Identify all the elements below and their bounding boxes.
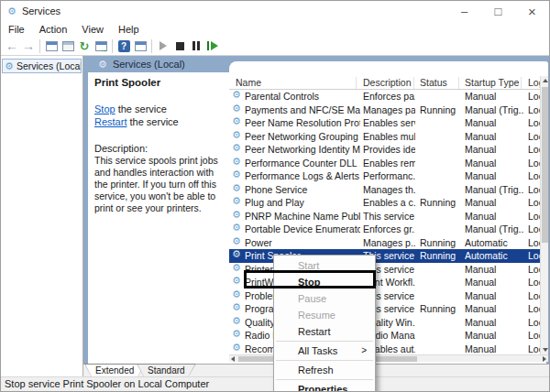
menu-file[interactable]: File: [1, 24, 32, 35]
service-description: Enables serv...: [363, 117, 415, 128]
help-icon[interactable]: [116, 38, 132, 53]
service-name: Peer Name Resolution Prot...: [245, 117, 360, 128]
service-gear-icon: ⚙: [232, 116, 243, 126]
back-icon[interactable]: [4, 38, 20, 53]
column-header-description[interactable]: Description: [363, 77, 412, 88]
service-gear-icon: ⚙: [232, 343, 243, 353]
taskpad-view-icon[interactable]: [132, 38, 148, 53]
service-startup-type: Manual: [465, 91, 523, 102]
service-name: Plug and Play: [245, 197, 360, 208]
service-log-on-as: Loc...: [528, 264, 540, 275]
toolbar-separator: [151, 39, 152, 53]
menu-item-restart[interactable]: Restart: [274, 323, 375, 340]
service-startup-type: Manual: [465, 170, 523, 181]
start-service-icon[interactable]: [155, 38, 171, 53]
maximize-button[interactable]: □: [481, 1, 515, 21]
minimize-button[interactable]: –: [447, 1, 481, 21]
service-log-on-as: Loc...: [528, 117, 540, 128]
close-button[interactable]: ×: [515, 1, 549, 21]
service-log-on-as: Loc...: [528, 104, 540, 115]
service-row[interactable]: ⚙PNRP Machine Name Publi...This service …: [229, 210, 540, 223]
service-startup-type: Manual: [465, 144, 523, 155]
restart-service-link[interactable]: Restart: [94, 116, 126, 127]
service-status: Running: [420, 237, 462, 248]
column-header-status[interactable]: Status: [420, 77, 447, 88]
service-log-on-as: Loc...: [528, 250, 540, 261]
service-gear-icon: ⚙: [98, 60, 107, 70]
service-row[interactable]: ⚙Performance Logs & AlertsPerformanc...M…: [229, 169, 540, 183]
service-row[interactable]: ⚙Portable Device Enumerator...Enforces g…: [229, 223, 540, 236]
service-gear-icon: ⚙: [232, 183, 243, 193]
menu-item-refresh[interactable]: Refresh: [274, 362, 375, 378]
service-name: Phone Service: [245, 184, 360, 195]
service-startup-type: Manual: [465, 131, 523, 142]
service-gear-icon: ⚙: [232, 263, 243, 273]
service-startup-type: Manual: [465, 343, 523, 354]
service-description: Manages p...: [363, 237, 415, 248]
service-startup-type: Manual: [465, 264, 523, 275]
service-row[interactable]: ⚙Payments and NFC/SE Man...Manages pa...…: [229, 103, 540, 117]
scroll-left-icon[interactable]: [231, 356, 235, 362]
column-separator: [458, 77, 459, 89]
service-startup-type: Automatic: [465, 237, 523, 248]
vertical-scroll-thumb[interactable]: [542, 87, 548, 243]
service-gear-icon: ⚙: [232, 157, 243, 167]
service-row[interactable]: ⚙Parental ControlsEnforces pa...ManualLo…: [229, 90, 540, 103]
stop-highlight-annotation: [244, 270, 376, 289]
scroll-right-icon[interactable]: [543, 356, 546, 362]
service-log-on-as: Loc...: [528, 303, 540, 314]
vertical-scrollbar[interactable]: [540, 76, 548, 354]
show-console-tree-icon[interactable]: [43, 38, 60, 53]
refresh-icon[interactable]: [76, 38, 93, 53]
service-gear-icon: ⚙: [232, 196, 243, 206]
properties-icon[interactable]: [60, 38, 76, 53]
toolbar-separator: [112, 39, 113, 53]
menu-action[interactable]: Action: [32, 24, 75, 35]
services-app-icon: ⚙: [7, 6, 16, 16]
tree-item-services-local[interactable]: ⚙ Services (Local): [2, 59, 82, 73]
service-log-on-as: Loc...: [528, 91, 540, 102]
pause-service-icon[interactable]: [188, 38, 204, 53]
close-icon: ×: [528, 4, 536, 19]
service-gear-icon: ⚙: [232, 316, 243, 326]
service-startup-type: Manual: [465, 317, 523, 328]
column-header-startup-type[interactable]: Startup Type: [465, 77, 519, 88]
stop-link-suffix: the service: [116, 103, 167, 114]
service-action-links: Stop the service Restart the service: [94, 103, 224, 128]
scroll-up-icon[interactable]: [543, 79, 548, 82]
service-log-on-as: Loc...: [528, 223, 540, 234]
service-row[interactable]: ⚙Phone ServiceManages th...Manual (Trig.…: [229, 183, 540, 197]
service-gear-icon: ⚙: [232, 249, 243, 259]
minimize-icon: –: [461, 5, 468, 18]
service-status: Running: [420, 104, 462, 115]
service-description: Enables a c...: [363, 197, 415, 208]
service-row[interactable]: ⚙PowerManages p...RunningAutomaticLoc...: [229, 236, 540, 250]
service-row[interactable]: ⚙Plug and PlayEnables a c...RunningManua…: [229, 196, 540, 210]
service-startup-type: Manual: [465, 330, 523, 341]
export-list-icon[interactable]: [93, 38, 109, 53]
column-header-name[interactable]: Name: [236, 77, 261, 88]
stop-service-link[interactable]: Stop: [94, 103, 116, 114]
list-header: NameDescriptionStatusStartup TypeLogˆ: [229, 76, 548, 90]
menu-item-all-tasks[interactable]: All Tasks>: [274, 343, 375, 359]
console-tree-pane: ⚙ Services (Local): [1, 56, 83, 378]
menu-view[interactable]: View: [74, 24, 111, 35]
menu-item-properties[interactable]: Properties: [274, 381, 375, 392]
service-name: Portable Device Enumerator...: [245, 223, 360, 234]
sort-ascending-icon: ˆ: [302, 76, 305, 84]
service-log-on-as: Loc...: [528, 330, 540, 341]
service-status: Running: [420, 303, 462, 314]
service-description: Enforces pa...: [363, 91, 415, 102]
service-row[interactable]: ⚙Peer Networking GroupingEnables mul...M…: [229, 130, 540, 144]
scroll-down-icon[interactable]: [543, 348, 548, 352]
toolbar-separator: [39, 39, 40, 53]
forward-icon[interactable]: [20, 38, 37, 53]
service-row[interactable]: ⚙Peer Networking Identity M...Provides i…: [229, 143, 540, 157]
restart-service-icon[interactable]: [204, 38, 221, 53]
service-row[interactable]: ⚙Performance Counter DLL ...Enables rem.…: [229, 157, 540, 170]
service-log-on-as: Loc...: [528, 197, 540, 208]
stop-service-icon[interactable]: [171, 38, 188, 53]
service-row[interactable]: ⚙Peer Name Resolution Prot...Enables ser…: [229, 116, 540, 130]
service-startup-type: Manual: [465, 211, 523, 222]
menu-help[interactable]: Help: [111, 24, 147, 35]
